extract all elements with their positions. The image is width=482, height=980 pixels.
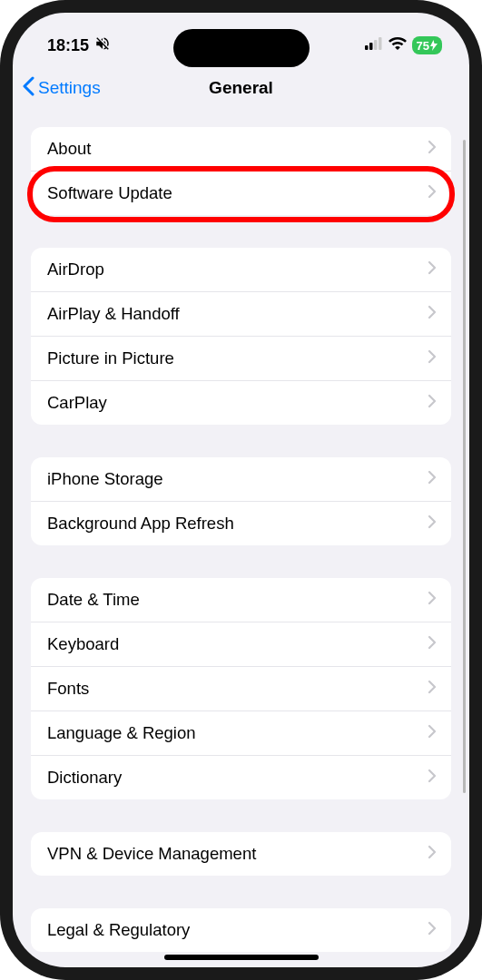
home-indicator[interactable]	[164, 955, 319, 960]
settings-row[interactable]: Dictionary	[31, 756, 451, 799]
chevron-right-icon	[428, 635, 437, 653]
settings-row[interactable]: Date & Time	[31, 578, 451, 622]
settings-row[interactable]: Language & Region	[31, 711, 451, 756]
row-label: CarPlay	[47, 393, 107, 413]
page-title: General	[209, 78, 273, 98]
silent-icon	[94, 35, 111, 56]
row-label: Background App Refresh	[47, 514, 234, 534]
chevron-right-icon	[428, 140, 437, 158]
row-label: Keyboard	[47, 634, 119, 654]
svg-rect-3	[379, 37, 382, 50]
row-label: Dictionary	[47, 768, 122, 788]
chevron-left-icon	[22, 76, 34, 100]
settings-row[interactable]: Software Update	[31, 172, 451, 215]
wifi-icon	[389, 37, 407, 54]
settings-row[interactable]: AirDrop	[31, 248, 451, 292]
chevron-right-icon	[428, 514, 437, 533]
settings-section: AirDropAirPlay & HandoffPicture in Pictu…	[31, 248, 451, 425]
settings-row[interactable]: CarPlay	[31, 381, 451, 425]
settings-section: AboutSoftware Update	[31, 127, 451, 215]
phone-screen: 18:15 75	[13, 13, 469, 967]
chevron-right-icon	[428, 260, 437, 279]
settings-section: Date & TimeKeyboardFontsLanguage & Regio…	[31, 578, 451, 799]
settings-section: VPN & Device Management	[31, 832, 451, 876]
row-label: iPhone Storage	[47, 469, 163, 489]
settings-row[interactable]: About	[31, 127, 451, 172]
row-label: AirPlay & Handoff	[47, 304, 180, 324]
battery-indicator: 75	[412, 36, 442, 54]
chevron-right-icon	[428, 724, 437, 742]
settings-section: iPhone StorageBackground App Refresh	[31, 457, 451, 545]
chevron-right-icon	[428, 921, 437, 939]
cellular-icon	[365, 37, 383, 54]
row-label: Legal & Regulatory	[47, 920, 190, 940]
chevron-right-icon	[428, 680, 437, 698]
settings-row[interactable]: iPhone Storage	[31, 457, 451, 502]
row-label: Picture in Picture	[47, 348, 174, 368]
row-label: Date & Time	[47, 590, 140, 610]
settings-row[interactable]: Background App Refresh	[31, 502, 451, 545]
chevron-right-icon	[428, 349, 437, 368]
settings-row[interactable]: Keyboard	[31, 622, 451, 667]
settings-section: Legal & Regulatory	[31, 908, 451, 952]
chevron-right-icon	[428, 184, 437, 202]
row-label: VPN & Device Management	[47, 844, 256, 864]
svg-rect-2	[374, 40, 378, 50]
chevron-right-icon	[428, 394, 437, 412]
row-label: Language & Region	[47, 723, 196, 743]
settings-row[interactable]: Picture in Picture	[31, 337, 451, 381]
status-left: 18:15	[47, 35, 111, 56]
svg-rect-1	[369, 43, 373, 50]
scroll-indicator	[463, 140, 466, 793]
settings-list[interactable]: AboutSoftware UpdateAirDropAirPlay & Han…	[13, 111, 469, 967]
back-button[interactable]: Settings	[22, 76, 101, 100]
settings-row[interactable]: VPN & Device Management	[31, 832, 451, 876]
row-label: AirDrop	[47, 260, 104, 279]
settings-row[interactable]: AirPlay & Handoff	[31, 292, 451, 337]
nav-bar: Settings General	[13, 65, 469, 111]
phone-frame: 18:15 75	[0, 0, 482, 980]
chevron-right-icon	[428, 769, 437, 787]
settings-row[interactable]: Fonts	[31, 667, 451, 711]
row-label: Software Update	[47, 183, 172, 203]
row-label: Fonts	[47, 679, 89, 699]
row-label: About	[47, 139, 91, 159]
chevron-right-icon	[428, 470, 437, 488]
dynamic-island	[173, 29, 310, 67]
svg-rect-0	[365, 45, 369, 50]
status-time: 18:15	[47, 36, 89, 55]
settings-row[interactable]: Legal & Regulatory	[31, 908, 451, 952]
chevron-right-icon	[428, 591, 437, 609]
chevron-right-icon	[428, 305, 437, 323]
status-right: 75	[365, 36, 442, 54]
chevron-right-icon	[428, 845, 437, 863]
back-label: Settings	[38, 78, 101, 98]
